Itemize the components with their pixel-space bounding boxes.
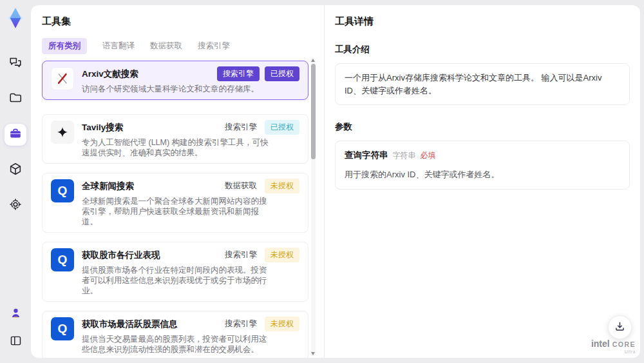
tool-auth-badge: 已授权 xyxy=(265,66,299,81)
tool-auth-badge: 未授权 xyxy=(265,248,299,262)
package-icon xyxy=(8,162,23,179)
scrollbar[interactable] xyxy=(311,58,316,356)
tool-card-header: 全球新闻搜索 数据获取 未授权 xyxy=(82,179,299,193)
download-icon xyxy=(614,320,626,335)
sidebar-rail xyxy=(0,0,31,363)
param-required-badge: 必填 xyxy=(421,151,436,160)
tool-description: 全球新闻搜索是一个聚合全球各大新闻网站内容的搜索引擎，帮助用户快速获取全球最新资… xyxy=(82,196,270,227)
param-type: 字符串 xyxy=(393,151,416,160)
tab-category-3[interactable]: 搜索引擎 xyxy=(198,38,230,54)
profile-icon xyxy=(9,306,23,322)
gear-icon xyxy=(8,197,23,214)
q-logo-icon: Q xyxy=(51,248,74,271)
page-title: 工具集 xyxy=(42,15,324,28)
q-logo-icon: Q xyxy=(51,179,74,202)
scrollbar-thumb[interactable] xyxy=(311,64,316,159)
folder-icon xyxy=(8,91,23,108)
tool-card[interactable]: Q 全球新闻搜索 数据获取 未授权 全球新闻搜索是一个聚合全球各大新闻网站内容的… xyxy=(42,173,308,233)
sidebar-item-chat[interactable] xyxy=(5,53,26,75)
tool-auth-badge: 已授权 xyxy=(265,120,299,135)
param-header: 查询字符串字符串必填 xyxy=(345,149,620,162)
tool-auth-badge: 未授权 xyxy=(265,179,299,193)
sidebar-item-plugins[interactable] xyxy=(5,159,26,181)
tool-card[interactable]: Arxiv文献搜索 搜索引擎 已授权 访问各个研究领域大量科学论文和文章的存储库… xyxy=(42,61,308,100)
sidebar-item-settings[interactable] xyxy=(5,195,26,217)
tool-card-header: Tavily搜索 搜索引擎 已授权 xyxy=(82,120,299,135)
tool-category-badge: 搜索引擎 xyxy=(225,250,257,260)
tool-category-badge: 数据获取 xyxy=(225,181,257,191)
param-name: 查询字符串 xyxy=(345,150,388,160)
sidebar-nav xyxy=(5,53,26,217)
arxiv-logo-icon xyxy=(51,67,74,90)
param-description: 用于搜索的Arxiv ID、关键字或作者姓名。 xyxy=(345,168,620,181)
detail-title: 工具详情 xyxy=(335,15,630,28)
tool-description: 专为人工智能代理 (LLM) 构建的搜索引擎工具，可快速提供实时、准确和真实的结… xyxy=(82,137,270,158)
core-wordmark: core xyxy=(612,341,636,349)
tool-name: 获取股市各行业表现 xyxy=(82,250,160,261)
tab-category-1[interactable]: 语言翻译 xyxy=(102,38,135,54)
tool-description: 访问各个研究领域大量科学论文和文章的存储库。 xyxy=(82,84,270,94)
tool-card-header: 获取股市各行业表现 搜索引擎 未授权 xyxy=(82,248,299,262)
tool-card[interactable]: Q 获取股市各行业表现 搜索引擎 未授权 提供股票市场各个行业在特定时间段内的表… xyxy=(42,242,308,302)
chat-icon xyxy=(8,55,23,72)
scrollbar-down-arrow[interactable] xyxy=(311,352,315,355)
tool-name: Tavily搜索 xyxy=(82,122,123,133)
intro-text: 一个用于从Arxiv存储库搜索科学论文和文章的工具。 输入可以是Arxiv ID… xyxy=(335,63,630,105)
tool-list-panel: 工具集 所有类别语言翻译数据获取搜索引擎 Arxiv文献搜索 搜索引擎 已授权 … xyxy=(31,5,324,358)
sidebar-bottom xyxy=(5,303,26,353)
app: 工具集 所有类别语言翻译数据获取搜索引擎 Arxiv文献搜索 搜索引擎 已授权 … xyxy=(0,0,644,363)
tool-card[interactable]: Q 获取市场最活跃股票信息 搜索引擎 未授权 提供当天交易量最高的股票列表，投资… xyxy=(42,311,308,358)
briefcase-icon xyxy=(8,126,23,143)
collapse-panel-icon xyxy=(9,334,23,350)
tool-category-badge: 搜索引擎 xyxy=(225,319,257,329)
app-logo-icon xyxy=(4,6,27,30)
tool-description: 提供股票市场各个行业在特定时间段内的表现。投资者可以利用这些信息来识别表现优于或… xyxy=(82,265,270,296)
tool-card-body: Arxiv文献搜索 搜索引擎 已授权 访问各个研究领域大量科学论文和文章的存储库… xyxy=(82,66,299,94)
tool-detail-panel: 工具详情 工具介绍 一个用于从Arxiv存储库搜索科学论文和文章的工具。 输入可… xyxy=(325,5,640,358)
tool-name: Arxiv文献搜索 xyxy=(82,68,138,80)
tab-category-2[interactable]: 数据获取 xyxy=(150,38,182,54)
tool-card-body: Tavily搜索 搜索引擎 已授权 专为人工智能代理 (LLM) 构建的搜索引擎… xyxy=(82,120,299,158)
sidebar-item-profile[interactable] xyxy=(5,303,26,325)
tool-card-header: Arxiv文献搜索 搜索引擎 已授权 xyxy=(82,66,299,81)
category-tabs: 所有类别语言翻译数据获取搜索引擎 xyxy=(42,38,324,54)
core-sub-label: Ultra xyxy=(625,349,636,355)
sidebar-item-files[interactable] xyxy=(5,88,26,110)
sidebar-item-collapse[interactable] xyxy=(5,331,26,353)
tool-category-badge: 搜索引擎 xyxy=(225,122,257,133)
tool-name: 获取市场最活跃股票信息 xyxy=(82,319,178,330)
tool-name: 全球新闻搜索 xyxy=(82,181,134,192)
tool-card-body: 获取股市各行业表现 搜索引擎 未授权 提供股票市场各个行业在特定时间段内的表现。… xyxy=(82,248,299,296)
params-heading: 参数 xyxy=(335,121,630,133)
scrollbar-up-arrow[interactable] xyxy=(311,59,315,62)
tool-description: 提供当天交易量最高的股票列表，投资者可以利用这些信息来识别流动性强的股票和潜在的… xyxy=(82,334,270,355)
intel-wordmark: intel xyxy=(591,339,610,349)
tool-card-body: 全球新闻搜索 数据获取 未授权 全球新闻搜索是一个聚合全球各大新闻网站内容的搜索… xyxy=(82,179,299,227)
param-card: 查询字符串字符串必填 用于搜索的Arxiv ID、关键字或作者姓名。 xyxy=(335,141,630,190)
intro-heading: 工具介绍 xyxy=(335,44,630,55)
tool-card[interactable]: Tavily搜索 搜索引擎 已授权 专为人工智能代理 (LLM) 构建的搜索引擎… xyxy=(42,114,308,164)
tool-card-header: 获取市场最活跃股票信息 搜索引擎 未授权 xyxy=(82,317,299,331)
q-logo-icon: Q xyxy=(51,317,74,340)
tool-card-list: Arxiv文献搜索 搜索引擎 已授权 访问各个研究领域大量科学论文和文章的存储库… xyxy=(42,61,308,358)
tab-category-0[interactable]: 所有类别 xyxy=(42,38,87,54)
content-panel: 工具集 所有类别语言翻译数据获取搜索引擎 Arxiv文献搜索 搜索引擎 已授权 … xyxy=(31,5,640,358)
tool-auth-badge: 未授权 xyxy=(265,317,299,331)
download-button[interactable] xyxy=(608,315,632,339)
tool-category-badge: 搜索引擎 xyxy=(217,66,260,81)
sparkle-icon xyxy=(51,121,74,144)
tool-card-body: 获取市场最活跃股票信息 搜索引擎 未授权 提供当天交易量最高的股票列表，投资者可… xyxy=(82,317,299,355)
sidebar-item-tools[interactable] xyxy=(5,124,26,146)
intel-core-logo: intel core Ultra xyxy=(591,339,636,355)
